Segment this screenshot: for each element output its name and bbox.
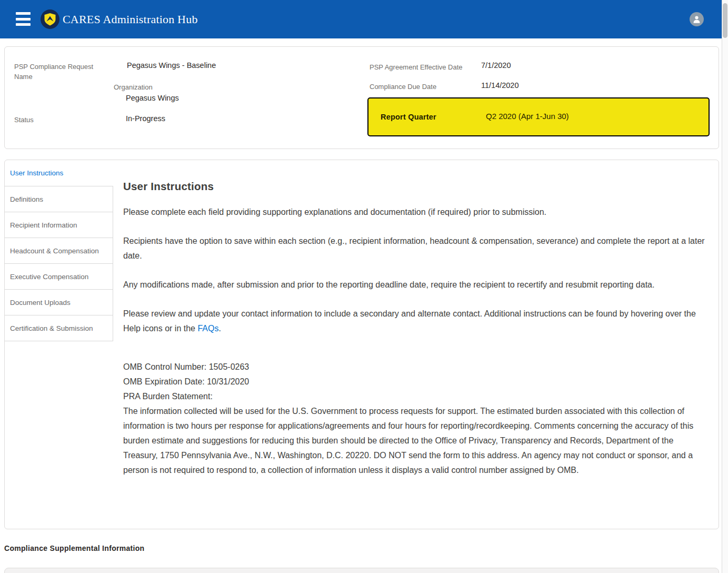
user-avatar[interactable]: [690, 12, 704, 26]
omb-expiration-date: OMB Expiration Date: 10/31/2020: [123, 377, 249, 386]
organization-label: Organization: [114, 82, 153, 92]
tab-executive-compensation[interactable]: Executive Compensation: [5, 264, 113, 290]
report-sections-card: User Instructions Definitions Recipient …: [4, 160, 719, 529]
pra-burden-text: The information collected will be used f…: [123, 407, 693, 475]
page-scrollbar[interactable]: [722, 0, 728, 573]
omb-control-number: OMB Control Number: 1505-0263: [123, 362, 249, 371]
effective-date-value: 7/1/2020: [481, 60, 511, 71]
compliance-summary-card: PSP Compliance Request Name Pegasus Wing…: [4, 46, 719, 149]
due-date-value: 11/14/2020: [481, 80, 519, 91]
paragraph-4-period: .: [218, 324, 221, 333]
tab-document-uploads[interactable]: Document Uploads: [5, 290, 113, 315]
due-date-label: Compliance Due Date: [370, 82, 436, 92]
effective-date-label: PSP Agreement Effective Date: [370, 62, 463, 72]
status-value: In-Progress: [126, 113, 165, 124]
pra-burden-label: PRA Burden Statement:: [123, 392, 213, 401]
panel-heading: User Instructions: [123, 180, 708, 193]
status-label: Status: [14, 115, 34, 125]
instructions-paragraph-4: Please review and update your contact in…: [123, 307, 708, 336]
scrollbar-thumb[interactable]: [723, 3, 727, 38]
section-tab-list: User Instructions Definitions Recipient …: [5, 160, 113, 529]
report-quarter-label: Report Quarter: [381, 113, 436, 121]
supplemental-section-bar[interactable]: [4, 568, 719, 573]
psp-request-name-value: Pegasus Wings - Baseline: [127, 60, 216, 71]
top-navbar: CARES Administration Hub: [0, 0, 722, 38]
menu-icon[interactable]: [16, 12, 31, 26]
app-title: CARES Administration Hub: [63, 0, 198, 38]
tab-headcount-compensation[interactable]: Headcount & Compensation: [5, 238, 113, 264]
instructions-paragraph-3: Any modifications made, after submission…: [123, 278, 708, 292]
cares-logo-icon: [41, 9, 59, 29]
instructions-paragraph-1: Please complete each field providing sup…: [123, 205, 708, 220]
report-quarter-value: Q2 2020 (Apr 1-Jun 30): [486, 112, 569, 121]
faqs-link[interactable]: FAQs: [197, 324, 218, 333]
tab-user-instructions[interactable]: User Instructions: [5, 160, 113, 186]
omb-statement-block: OMB Control Number: 1505-0263 OMB Expira…: [123, 360, 708, 478]
user-instructions-panel: User Instructions Please complete each f…: [113, 160, 719, 529]
report-quarter-highlight: Report Quarter Q2 2020 (Apr 1-Jun 30): [367, 97, 710, 136]
organization-value: Pegasus Wings: [126, 93, 179, 103]
tab-certification-submission[interactable]: Certification & Submission: [5, 315, 113, 341]
psp-request-name-label: PSP Compliance Request Name: [14, 62, 106, 82]
compliance-supplemental-title: Compliance Supplemental Information: [4, 544, 144, 552]
tab-recipient-information[interactable]: Recipient Information: [5, 212, 113, 238]
tab-definitions[interactable]: Definitions: [5, 186, 113, 212]
instructions-paragraph-2: Recipients have the option to save withi…: [123, 234, 708, 263]
